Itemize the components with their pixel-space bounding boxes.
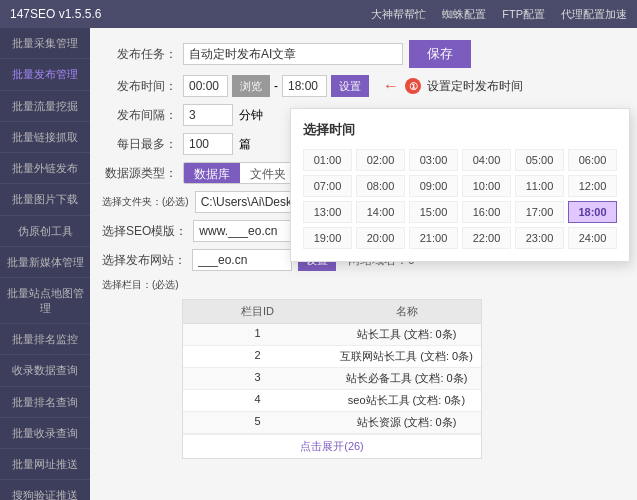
sidebar-item-traffic[interactable]: 批量流量挖掘 (0, 91, 90, 122)
row-id: 1 (183, 324, 332, 345)
sidebar-item-links[interactable]: 批量链接抓取 (0, 122, 90, 153)
daily-label: 每日最多： (102, 136, 177, 153)
time-picker-title: 选择时间 (303, 121, 617, 139)
sidebar-item-index-query2[interactable]: 批量收录查询 (0, 418, 90, 449)
row-id: 4 (183, 390, 332, 411)
site-input[interactable] (192, 249, 292, 271)
time-start-input[interactable] (183, 75, 228, 97)
time-cell-16[interactable]: 16:00 (462, 201, 511, 223)
seo-label: 选择SEO模版： (102, 223, 187, 240)
interval-unit: 分钟 (239, 107, 263, 124)
time-cell-21[interactable]: 21:00 (409, 227, 458, 249)
menu-item-spider[interactable]: 蜘蛛配置 (442, 7, 486, 22)
annotation-text-1: 设置定时发布时间 (427, 78, 523, 95)
sidebar-item-index-query[interactable]: 收录数据查询 (0, 355, 90, 386)
time-cell-15[interactable]: 15:00 (409, 201, 458, 223)
source-label: 数据源类型： (102, 165, 177, 182)
time-range: 浏览 - 设置 (183, 75, 369, 97)
time-cell-03[interactable]: 03:00 (409, 149, 458, 171)
sidebar-item-collect[interactable]: 批量采集管理 (0, 28, 90, 59)
sidebar-item-sitemap[interactable]: 批量站点地图管理 (0, 278, 90, 324)
show-more-btn[interactable]: 点击展开(26) (183, 434, 481, 458)
time-grid: 01:00 02:00 03:00 04:00 05:00 06:00 07:0… (303, 149, 617, 249)
sidebar-item-rewrite[interactable]: 伪原创工具 (0, 216, 90, 247)
source-btn-db[interactable]: 数据库 (184, 163, 240, 183)
source-btn-folder[interactable]: 文件夹 (240, 163, 296, 183)
col-header-id: 栏目ID (183, 300, 332, 323)
row-name: seo站长工具 (文档: 0条) (332, 390, 481, 411)
content-area: 发布任务： 保存 发布时间： 浏览 - 设置 ← ① 设置定时发布时间 发布间隔… (90, 28, 637, 500)
time-end-input[interactable] (282, 75, 327, 97)
time-picker-overlay: 选择时间 01:00 02:00 03:00 04:00 05:00 06:00… (290, 108, 630, 262)
interval-label: 发布间隔： (102, 107, 177, 124)
sidebar: 批量采集管理 批量发布管理 批量流量挖掘 批量链接抓取 批量外链发布 批量图片下… (0, 28, 90, 500)
app-title: 147SEO v1.5.5.6 (10, 7, 101, 21)
row-id: 2 (183, 346, 332, 367)
sidebar-item-publish[interactable]: 批量发布管理 (0, 59, 90, 90)
menu-item-ftp[interactable]: FTP配置 (502, 7, 545, 22)
table-row[interactable]: 5 站长资源 (文档: 0条) (183, 412, 481, 434)
time-browse-btn[interactable]: 浏览 (232, 75, 270, 97)
task-label: 发布任务： (102, 46, 177, 63)
table-row[interactable]: 1 站长工具 (文档: 0条) (183, 324, 481, 346)
interval-input[interactable] (183, 104, 233, 126)
menu-item-help[interactable]: 大神帮帮忙 (371, 7, 426, 22)
time-cell-12[interactable]: 12:00 (568, 175, 617, 197)
time-cell-01[interactable]: 01:00 (303, 149, 352, 171)
time-cell-20[interactable]: 20:00 (356, 227, 405, 249)
category-table: 栏目ID 名称 1 站长工具 (文档: 0条) 2 互联网站长工具 (文档: 0… (182, 299, 482, 459)
col-header-name: 名称 (332, 300, 481, 323)
sidebar-item-media[interactable]: 批量新媒体管理 (0, 247, 90, 278)
task-input[interactable] (183, 43, 403, 65)
sidebar-item-url-push[interactable]: 批量网址推送 (0, 449, 90, 480)
category-row: 选择栏目：(必选) (102, 278, 625, 292)
daily-unit: 篇 (239, 136, 251, 153)
time-cell-19[interactable]: 19:00 (303, 227, 352, 249)
row-name: 站长必备工具 (文档: 0条) (332, 368, 481, 389)
arrow-icon-1: ← (383, 77, 399, 95)
time-row: 发布时间： 浏览 - 设置 ← ① 设置定时发布时间 (102, 75, 625, 97)
time-cell-06[interactable]: 06:00 (568, 149, 617, 171)
category-label: 选择栏目：(必选) (102, 278, 179, 292)
time-cell-10[interactable]: 10:00 (462, 175, 511, 197)
annotation-1: ① 设置定时发布时间 (405, 78, 523, 95)
table-row[interactable]: 4 seo站长工具 (文档: 0条) (183, 390, 481, 412)
table-header: 栏目ID 名称 (183, 300, 481, 324)
sidebar-item-external[interactable]: 批量外链发布 (0, 153, 90, 184)
row-name: 站长工具 (文档: 0条) (332, 324, 481, 345)
time-cell-02[interactable]: 02:00 (356, 149, 405, 171)
sidebar-item-rank-query[interactable]: 批量排名查询 (0, 387, 90, 418)
topbar: 147SEO v1.5.5.6 大神帮帮忙 蜘蛛配置 FTP配置 代理配置加速 (0, 0, 637, 28)
time-cell-08[interactable]: 08:00 (356, 175, 405, 197)
sidebar-item-images[interactable]: 批量图片下载 (0, 184, 90, 215)
time-cell-24[interactable]: 24:00 (568, 227, 617, 249)
table-row[interactable]: 2 互联网站长工具 (文档: 0条) (183, 346, 481, 368)
task-row: 发布任务： 保存 (102, 40, 625, 68)
source-toggle: 数据库 文件夹 (183, 162, 297, 184)
time-separator: - (274, 79, 278, 93)
daily-input[interactable] (183, 133, 233, 155)
file-label: 选择文件夹：(必选) (102, 195, 189, 209)
time-cell-13[interactable]: 13:00 (303, 201, 352, 223)
table-row[interactable]: 3 站长必备工具 (文档: 0条) (183, 368, 481, 390)
time-cell-09[interactable]: 09:00 (409, 175, 458, 197)
save-button[interactable]: 保存 (409, 40, 471, 68)
time-cell-17[interactable]: 17:00 (515, 201, 564, 223)
menu-item-proxy[interactable]: 代理配置加速 (561, 7, 627, 22)
time-cell-07[interactable]: 07:00 (303, 175, 352, 197)
top-menu: 大神帮帮忙 蜘蛛配置 FTP配置 代理配置加速 (371, 7, 627, 22)
main-layout: 批量采集管理 批量发布管理 批量流量挖掘 批量链接抓取 批量外链发布 批量图片下… (0, 28, 637, 500)
time-cell-05[interactable]: 05:00 (515, 149, 564, 171)
time-cell-04[interactable]: 04:00 (462, 149, 511, 171)
time-cell-22[interactable]: 22:00 (462, 227, 511, 249)
time-cell-14[interactable]: 14:00 (356, 201, 405, 223)
time-cell-23[interactable]: 23:00 (515, 227, 564, 249)
site-label: 选择发布网站： (102, 252, 186, 269)
time-cell-11[interactable]: 11:00 (515, 175, 564, 197)
time-set-btn[interactable]: 设置 (331, 75, 369, 97)
time-label: 发布时间： (102, 78, 177, 95)
row-name: 站长资源 (文档: 0条) (332, 412, 481, 433)
time-cell-18[interactable]: 18:00 (568, 201, 617, 223)
sidebar-item-sogou-push[interactable]: 搜狗验证推送 (0, 480, 90, 500)
sidebar-item-rank-monitor[interactable]: 批量排名监控 (0, 324, 90, 355)
